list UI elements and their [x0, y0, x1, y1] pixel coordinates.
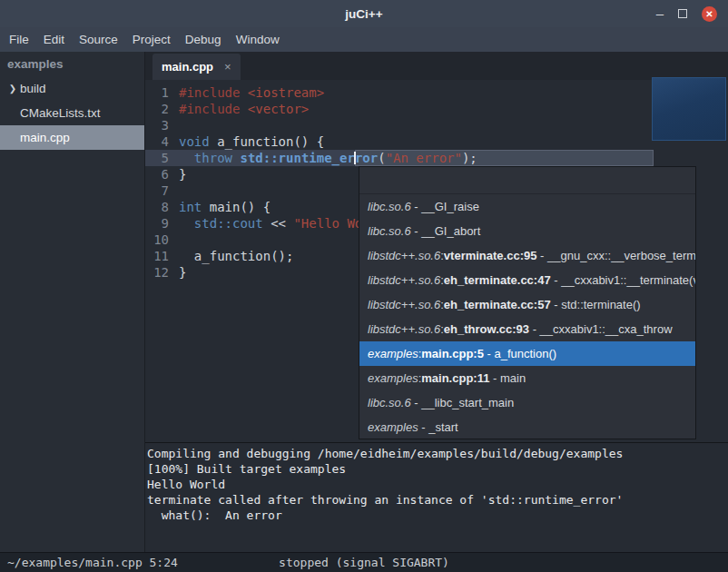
output-line: [100%] Built target examples — [147, 461, 726, 477]
line-number: 9 — [145, 215, 174, 232]
frame-function: std::terminate() — [561, 298, 640, 311]
menu-debug[interactable]: Debug — [178, 33, 229, 46]
stack-frame-item[interactable]: libc.so.6 - __GI_abort — [359, 219, 695, 243]
minimize-button[interactable]: – — [656, 9, 664, 18]
code-text: } — [174, 264, 186, 281]
code-text: } — [174, 166, 186, 182]
frame-separator: - — [551, 273, 562, 287]
code-segment: a_function(); — [179, 249, 293, 263]
code-line-5[interactable]: 5 throw std::runtime_error("An error"); — [145, 150, 728, 166]
stack-frame-item[interactable]: libstdc++.so.6:eh_terminate.cc:57 - std:… — [359, 292, 695, 317]
code-segment: } — [179, 167, 186, 182]
frame-function: a_function() — [494, 347, 556, 360]
code-text: int main() { — [174, 199, 271, 215]
menu-project[interactable]: Project — [125, 33, 178, 46]
sidebar-item-cmakelists-txt[interactable]: CMakeLists.txt — [0, 101, 144, 125]
frame-location: eh_terminate.cc:47 — [444, 273, 551, 287]
stack-frame-item[interactable]: examples - _start — [359, 415, 695, 439]
tree-item-label: CMakeLists.txt — [20, 106, 101, 120]
code-line-1[interactable]: 1#include <iostream> — [145, 84, 728, 101]
frame-function: main — [500, 371, 526, 385]
code-text: #include <iostream> — [174, 84, 324, 101]
frame-separator: - — [551, 298, 562, 311]
sidebar-item-main-cpp[interactable]: main.cpp — [0, 125, 144, 150]
code-text — [174, 117, 179, 133]
code-line-2[interactable]: 2#include <vector> — [145, 101, 728, 117]
line-number: 10 — [145, 232, 174, 248]
main-area: examples ❯buildCMakeLists.txtmain.cpp ma… — [0, 52, 728, 552]
code-segment: ); — [462, 151, 477, 165]
frame-module: libc.so.6 — [368, 200, 411, 213]
frame-separator: - — [529, 322, 540, 336]
chevron-right-icon: ❯ — [5, 84, 20, 94]
tab-close-icon[interactable]: × — [224, 60, 231, 74]
code-segment: #include — [179, 102, 248, 116]
menu-file[interactable]: File — [2, 33, 36, 46]
stack-frame-item[interactable]: libstdc++.so.6:vterminate.cc:95 - __gnu_… — [359, 243, 695, 268]
code-segment: } — [179, 265, 186, 280]
menu-source[interactable]: Source — [72, 33, 125, 46]
frame-separator: - — [536, 249, 547, 262]
close-button[interactable]: ✕ — [702, 6, 717, 22]
stack-frame-item[interactable]: libc.so.6 - __libc_start_main — [359, 390, 695, 415]
frame-function: _start — [428, 420, 458, 434]
tree-item-label: main.cpp — [20, 131, 70, 144]
code-line-3[interactable]: 3 — [145, 117, 728, 133]
frame-function: __GI_raise — [421, 200, 479, 213]
code-segment: main() { — [202, 200, 271, 214]
frame-location: main.cpp:5 — [421, 347, 484, 360]
file-tree: ❯buildCMakeLists.txtmain.cpp — [0, 76, 144, 150]
maximize-button[interactable] — [678, 9, 687, 18]
frame-function: __cxxabiv1::__terminate(void (*)()) — [561, 273, 695, 287]
tab-label: main.cpp — [162, 60, 213, 74]
frame-module: libc.so.6 — [368, 224, 411, 238]
sidebar-item-build[interactable]: ❯build — [0, 76, 144, 101]
jucipp-window: juCi++ – ✕ FileEditSourceProjectDebugWin… — [0, 0, 728, 572]
code-segment — [179, 151, 194, 165]
code-text — [174, 232, 179, 248]
code-text: throw std::runtime_error("An error"); — [174, 150, 477, 166]
stack-popup-header — [359, 167, 695, 194]
frame-function: __libc_start_main — [421, 396, 514, 409]
window-title: juCi++ — [0, 7, 728, 21]
frame-location: eh_terminate.cc:57 — [444, 298, 551, 311]
stack-frame-item[interactable]: libstdc++.so.6:eh_throw.cc:93 - __cxxabi… — [359, 317, 695, 341]
stack-frame-item[interactable]: examples:main.cpp:11 - main — [359, 366, 695, 390]
close-icon: ✕ — [705, 9, 713, 19]
file-tree-sidebar: examples ❯buildCMakeLists.txtmain.cpp — [0, 52, 145, 552]
file-location-status: ~/examples/main.cpp 5:24 — [0, 556, 178, 569]
code-line-4[interactable]: 4void a_function() { — [145, 133, 728, 150]
menu-edit[interactable]: Edit — [36, 33, 72, 46]
stack-frame-item[interactable]: libstdc++.so.6:eh_terminate.cc:47 - __cx… — [359, 268, 695, 292]
tab-main-cpp[interactable]: main.cpp × — [152, 54, 241, 80]
frame-module: examples — [368, 371, 418, 385]
titlebar[interactable]: juCi++ – ✕ — [0, 0, 728, 27]
stack-frame-item[interactable]: libc.so.6 - __GI_raise — [359, 194, 695, 219]
frame-module: libc.so.6 — [368, 396, 411, 409]
output-line: Hello World — [147, 477, 726, 492]
doc-tooltip — [652, 77, 726, 141]
stack-frame-item[interactable]: examples:main.cpp:5 - a_function() — [359, 341, 695, 366]
code-segment — [179, 216, 194, 231]
code-editor[interactable]: 1#include <iostream>2#include <vector>34… — [145, 80, 728, 442]
tabbar: main.cpp × — [145, 52, 728, 80]
frame-module: examples — [368, 347, 418, 360]
code-segment: ror — [355, 151, 378, 165]
code-segment: #include — [179, 85, 248, 100]
line-number: 5 — [145, 150, 174, 166]
frame-module: libstdc++.so.6 — [368, 273, 440, 287]
frame-separator: - — [411, 224, 422, 238]
frame-function: __cxxabiv1::__cxa_throw — [540, 322, 673, 336]
output-line: what(): An error — [147, 508, 726, 523]
code-segment: void — [179, 134, 210, 149]
line-number: 12 — [145, 264, 174, 281]
window-controls: – ✕ — [656, 6, 728, 22]
code-segment: throw — [194, 151, 232, 165]
debug-output-panel[interactable]: Compiling and debugging /home/eidheim/ex… — [145, 442, 728, 552]
menu-window[interactable]: Window — [229, 33, 287, 46]
frame-function: __gnu_cxx::__verbose_terminate_handler() — [547, 249, 695, 262]
frame-separator: - — [418, 420, 429, 434]
line-number: 1 — [145, 84, 174, 101]
code-segment: "An error" — [386, 151, 462, 165]
code-segment: <vector> — [248, 102, 309, 116]
